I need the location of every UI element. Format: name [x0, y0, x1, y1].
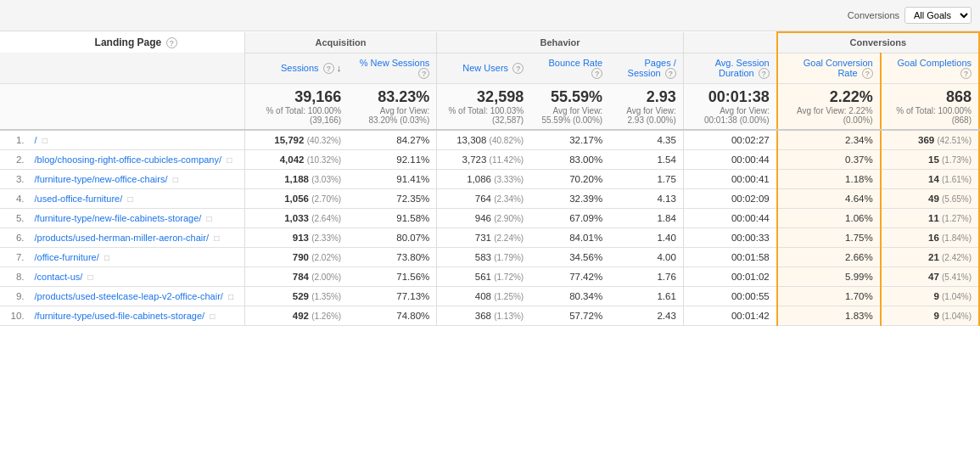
- external-link-icon[interactable]: □: [104, 253, 109, 262]
- external-link-icon[interactable]: □: [210, 312, 215, 321]
- landing-page-link[interactable]: /office-furniture/: [35, 252, 99, 262]
- external-link-icon[interactable]: □: [42, 136, 48, 145]
- goal-completions-cell: 49 (5.65%): [881, 188, 979, 208]
- landing-page-link[interactable]: /products/used-herman-miller-aeron-chair…: [35, 233, 209, 243]
- landing-page-cell: /used-office-furniture/ □: [28, 188, 245, 208]
- external-link-icon[interactable]: □: [173, 175, 178, 184]
- empty-col: [0, 32, 28, 53]
- landing-page-cell: /furniture-type/new-office-chairs/ □: [28, 169, 245, 188]
- goal-completions-label: Goal Completions: [898, 58, 972, 68]
- pages-per-session-info-icon[interactable]: ?: [665, 68, 676, 79]
- bounce-rate-cell: 57.72%: [530, 306, 609, 325]
- landing-page-link[interactable]: /used-office-furniture/: [35, 194, 123, 204]
- table-row: 6. /products/used-herman-miller-aeron-ch…: [0, 227, 979, 247]
- goal-completions-cell: 369 (42.51%): [881, 130, 979, 150]
- analytics-table-container: Conversions All Goals Landing Page: [0, 0, 980, 326]
- row-number: 4.: [0, 188, 28, 208]
- goal-completions-cell: 14 (1.61%): [881, 169, 979, 188]
- landing-page-link[interactable]: /products/used-steelcase-leap-v2-office-…: [35, 291, 223, 301]
- avg-session-duration-cell: 00:02:09: [683, 188, 776, 208]
- goal-conversion-rate-cell: 5.99%: [777, 267, 881, 286]
- pct-new-sessions-cell: 91.41%: [348, 169, 437, 188]
- conversions-control: Conversions All Goals: [848, 7, 972, 24]
- acquisition-group-header: Acquisition: [244, 32, 437, 53]
- summary-new-users: 32,598 % of Total: 100.03% (32,587): [437, 83, 530, 130]
- bounce-rate-info-icon[interactable]: ?: [591, 68, 602, 79]
- bounce-rate-cell: 84.01%: [530, 227, 609, 247]
- avg-session-duration-cell: 00:00:44: [683, 208, 776, 227]
- landing-page-info-icon[interactable]: ?: [166, 37, 177, 48]
- goal-conversion-rate-info-icon[interactable]: ?: [862, 68, 873, 79]
- sessions-cell: 790 (2.02%): [244, 247, 348, 267]
- new-users-cell: 13,308 (40.82%): [437, 130, 530, 150]
- goal-conversion-rate-cell: 2.34%: [777, 130, 881, 150]
- sessions-cell: 492 (1.26%): [244, 306, 348, 325]
- sessions-col-header[interactable]: Sessions ? ↓: [244, 53, 348, 83]
- pct-new-sessions-cell: 72.35%: [348, 188, 437, 208]
- landing-page-link[interactable]: /blog/choosing-right-office-cubicles-com…: [35, 154, 222, 165]
- landing-page-link[interactable]: /: [35, 135, 37, 145]
- sessions-sort-icon: ↓: [337, 63, 342, 73]
- behavior-group-header: Behavior: [437, 32, 684, 53]
- row-number: 2.: [0, 149, 28, 169]
- goal-conversion-rate-col-header[interactable]: Goal Conversion Rate ?: [777, 53, 881, 83]
- summary-pages-per-session: 2.93 Avg for View: 2.93 (0.00%): [609, 83, 683, 130]
- avg-session-duration-cell: 00:01:02: [683, 267, 776, 286]
- landing-page-link[interactable]: /furniture-type/used-file-cabinets-stora…: [35, 311, 205, 321]
- avg-session-duration-cell: 00:00:44: [683, 149, 776, 169]
- row-number: 9.: [0, 286, 28, 306]
- external-link-icon[interactable]: □: [88, 272, 93, 282]
- row-number: 3.: [0, 169, 28, 188]
- avg-session-duration-cell: 00:01:58: [683, 247, 776, 267]
- summary-pct-new-sessions-value: 83.23%: [355, 88, 429, 106]
- bounce-rate-label: Bounce Rate: [549, 58, 603, 68]
- landing-page-link[interactable]: /furniture-type/new-office-chairs/: [35, 174, 168, 184]
- goal-conversion-rate-cell: 1.75%: [777, 227, 881, 247]
- summary-sessions-sub: % of Total: 100.00% (39,166): [252, 106, 342, 125]
- summary-duration-value: 00:01:38: [691, 88, 770, 106]
- row-number: 10.: [0, 306, 28, 325]
- summary-avg-session-duration: 00:01:38 Avg for View: 00:01:38 (0.00%): [683, 83, 776, 130]
- pages-per-session-cell: 4.35: [609, 130, 683, 150]
- bounce-rate-cell: 77.42%: [530, 267, 609, 286]
- goal-completions-cell: 9 (1.04%): [881, 286, 979, 306]
- goal-completions-col-header[interactable]: Goal Completions ?: [881, 53, 979, 83]
- external-link-icon[interactable]: □: [214, 233, 219, 243]
- goal-conversion-rate-cell: 1.83%: [777, 306, 881, 325]
- landing-page-cell: /products/used-steelcase-leap-v2-office-…: [28, 286, 245, 306]
- table-row: 2. /blog/choosing-right-office-cubicles-…: [0, 149, 979, 169]
- bounce-rate-cell: 80.34%: [530, 286, 609, 306]
- table-row: 5. /furniture-type/new-file-cabinets-sto…: [0, 208, 979, 227]
- landing-page-link[interactable]: /furniture-type/new-file-cabinets-storag…: [35, 213, 202, 223]
- table-row: 3. /furniture-type/new-office-chairs/ □ …: [0, 169, 979, 188]
- external-link-icon[interactable]: □: [127, 194, 132, 204]
- summary-pages-sub: Avg for View: 2.93 (0.00%): [616, 106, 676, 125]
- sessions-cell: 4,042 (10.32%): [244, 149, 348, 169]
- analytics-table: Landing Page ? Acquisition Behavior Conv…: [0, 31, 980, 326]
- summary-row-num: [0, 83, 28, 130]
- avg-session-duration-cell: 00:00:55: [683, 286, 776, 306]
- bounce-rate-col-header[interactable]: Bounce Rate ?: [530, 53, 609, 83]
- table-row: 9. /products/used-steelcase-leap-v2-offi…: [0, 286, 979, 306]
- sessions-cell: 913 (2.33%): [244, 227, 348, 247]
- external-link-icon[interactable]: □: [228, 292, 233, 301]
- sessions-label: Sessions: [281, 63, 319, 73]
- external-link-icon[interactable]: □: [227, 155, 232, 165]
- goal-completions-cell: 15 (1.73%): [881, 149, 979, 169]
- pct-new-sessions-col-header[interactable]: % New Sessions ?: [348, 53, 437, 83]
- table-row: 4. /used-office-furniture/ □ 1,056 (2.70…: [0, 188, 979, 208]
- all-goals-select[interactable]: All Goals: [904, 7, 972, 24]
- landing-page-link[interactable]: /contact-us/: [35, 272, 83, 282]
- avg-session-duration-info-icon[interactable]: ?: [759, 68, 770, 79]
- goal-completions-info-icon[interactable]: ?: [960, 68, 972, 79]
- new-users-col-header[interactable]: New Users ?: [437, 53, 530, 83]
- external-link-icon[interactable]: □: [207, 214, 212, 223]
- new-users-info-icon[interactable]: ?: [512, 63, 524, 74]
- sessions-info-icon[interactable]: ?: [323, 63, 334, 74]
- row-number: 1.: [0, 130, 28, 150]
- goal-conversion-rate-cell: 0.37%: [777, 149, 881, 169]
- pct-new-sessions-info-icon[interactable]: ?: [418, 68, 429, 79]
- pages-per-session-col-header[interactable]: Pages /Session ?: [609, 53, 683, 83]
- avg-session-duration-col-header[interactable]: Avg. SessionDuration ?: [683, 53, 776, 83]
- avg-session-duration-cell: 00:01:42: [683, 306, 776, 325]
